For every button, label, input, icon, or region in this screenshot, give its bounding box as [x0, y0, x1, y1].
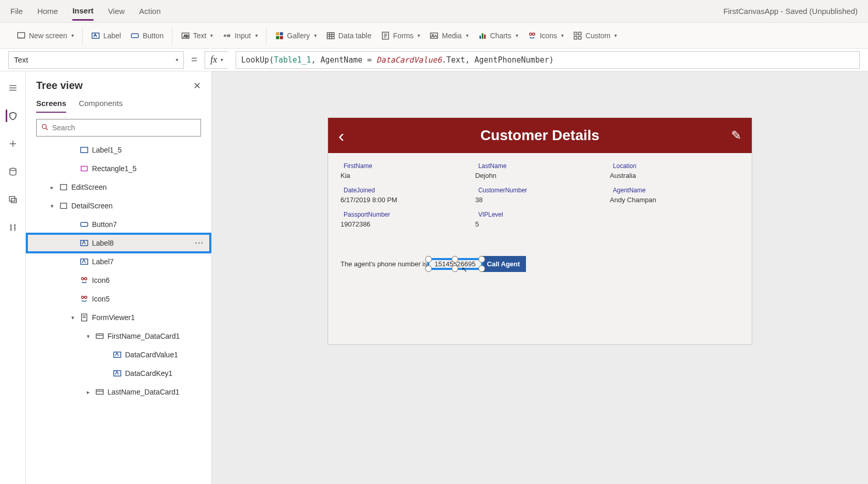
svg-rect-22	[579, 36, 581, 39]
back-icon[interactable]: ‹	[338, 126, 344, 146]
phone-body-row: The agent's phone number is 15145526695 …	[328, 235, 752, 344]
tree-search-box[interactable]	[36, 119, 201, 137]
tree-node-label: FormViewer1	[92, 313, 135, 322]
svg-rect-20	[579, 32, 581, 35]
field-label: CustomerNumber	[475, 187, 605, 194]
tab-screens[interactable]: Screens	[36, 99, 66, 113]
menu-file[interactable]: File	[10, 3, 23, 20]
svg-rect-10	[327, 33, 334, 39]
design-canvas[interactable]: ‹ Customer Details ✎ FirstNameKia LastNa…	[212, 71, 868, 484]
resize-handle[interactable]	[425, 265, 432, 272]
new-screen-button[interactable]: New screen ▾	[17, 31, 74, 40]
collapse-icon[interactable]: ▾	[49, 203, 56, 209]
chevron-down-icon: ▾	[255, 33, 258, 38]
hamburger-icon[interactable]	[7, 82, 19, 94]
svg-rect-8	[276, 36, 279, 39]
chevron-down-icon: ▾	[220, 57, 223, 63]
insert-button-button[interactable]: Button	[130, 31, 163, 40]
tree-node-firstname-datacard1[interactable]: ▾ FirstName_DataCard1	[26, 327, 211, 345]
resize-handle[interactable]	[452, 265, 458, 272]
screen-icon	[17, 31, 26, 40]
tree-search-input[interactable]	[52, 124, 196, 132]
insert-datatable-button[interactable]: Data table	[326, 31, 371, 40]
tree-view-icon[interactable]	[6, 110, 18, 122]
menu-action[interactable]: Action	[139, 3, 161, 20]
data-icon[interactable]	[7, 165, 19, 178]
insert-input-button[interactable]: Input ▾	[222, 31, 257, 40]
collapse-icon[interactable]: ▾	[69, 314, 76, 321]
tree-node-button7[interactable]: Button7	[26, 215, 211, 234]
collapse-icon[interactable]: ▾	[85, 333, 92, 340]
insert-custom-button[interactable]: Custom ▾	[573, 31, 617, 40]
expand-icon[interactable]: ▸	[85, 389, 92, 396]
tree-node-label1-5[interactable]: Label1_5	[26, 141, 211, 159]
insert-gallery-button[interactable]: Gallery ▾	[275, 31, 317, 40]
tree-list[interactable]: Label1_5 Rectangle1_5 ▸ EditScreen ▾ Det…	[26, 141, 211, 484]
resize-handle[interactable]	[478, 265, 485, 272]
card-viplevel: VIPLevel5	[475, 211, 605, 228]
tree-node-detailscreen[interactable]: ▾ DetailScreen	[26, 196, 211, 215]
tree-node-label: Label1_5	[92, 146, 122, 154]
svg-rect-42	[96, 390, 103, 395]
insert-text-button[interactable]: Ab Text ▾	[181, 31, 213, 40]
add-icon[interactable]	[7, 138, 19, 150]
tree-node-label8[interactable]: Label8 ···	[26, 234, 211, 252]
insert-ribbon: New screen ▾ Label Button Ab Text ▾ Inpu…	[0, 23, 868, 49]
app-screen[interactable]: ‹ Customer Details ✎ FirstNameKia LastNa…	[328, 118, 752, 344]
menu-view[interactable]: View	[108, 3, 125, 20]
tree-node-icon6[interactable]: Icon6	[26, 271, 211, 290]
field-value: Dejohn	[475, 172, 605, 179]
call-agent-button[interactable]: Call Agent	[481, 256, 526, 272]
tree-node-label7[interactable]: Label7	[26, 252, 211, 271]
formula-input[interactable]: LookUp(Table1_1, AgentName = DataCardVal…	[236, 51, 860, 69]
icons-label: Icons	[540, 32, 557, 40]
insert-text-label: Text	[193, 32, 207, 40]
insert-input-label: Input	[235, 32, 251, 40]
tab-components[interactable]: Components	[79, 99, 122, 113]
formula-token-fn: LookUp	[241, 55, 269, 65]
field-label: PassportNumber	[340, 211, 470, 218]
expand-icon[interactable]: ▸	[49, 184, 56, 191]
svg-text:Ab: Ab	[183, 34, 188, 38]
forms-label: Forms	[393, 32, 414, 40]
tree-node-label: Label7	[92, 258, 114, 266]
resize-handle[interactable]	[425, 256, 432, 263]
menu-home[interactable]: Home	[37, 3, 58, 20]
datatable-icon	[326, 31, 335, 40]
menu-insert[interactable]: Insert	[72, 2, 94, 21]
close-panel-icon[interactable]: ✕	[193, 80, 201, 92]
insert-media-button[interactable]: Media ▾	[429, 31, 468, 40]
selected-label8[interactable]: 15145526695	[427, 258, 483, 270]
tree-node-icon5[interactable]: Icon5	[26, 290, 211, 308]
advanced-tools-icon[interactable]	[7, 221, 19, 234]
tree-node-rectangle1-5[interactable]: Rectangle1_5	[26, 159, 211, 178]
tree-node-datacardvalue1[interactable]: DataCardValue1	[26, 345, 211, 364]
insert-icons-button[interactable]: Icons ▾	[528, 31, 564, 40]
resize-handle[interactable]	[478, 256, 485, 263]
icon-icon	[80, 276, 89, 285]
tree-node-label: Icon5	[92, 295, 110, 303]
insert-charts-button[interactable]: Charts ▾	[478, 31, 518, 40]
tree-node-formviewer1[interactable]: ▾ FormViewer1	[26, 308, 211, 327]
svg-rect-6	[276, 32, 279, 35]
property-selector[interactable]: Text ▾	[8, 51, 184, 69]
tree-node-label: DataCardKey1	[125, 369, 173, 377]
insert-label-button[interactable]: Label	[91, 31, 121, 40]
tree-node-label: DetailScreen	[71, 202, 113, 210]
custom-icon	[573, 31, 582, 40]
tree-node-editscreen[interactable]: ▸ EditScreen	[26, 178, 211, 196]
more-options-icon[interactable]: ···	[195, 239, 204, 247]
media-panel-icon[interactable]	[7, 193, 19, 206]
fx-button[interactable]: fx ▾	[205, 51, 228, 69]
svg-point-18	[532, 33, 535, 35]
edit-icon[interactable]: ✎	[731, 128, 741, 143]
custom-label: Custom	[585, 32, 610, 40]
tree-node-label: Icon6	[92, 276, 110, 284]
tree-node-datacardkey1[interactable]: DataCardKey1	[26, 364, 211, 383]
form-icon	[80, 313, 89, 322]
resize-handle[interactable]	[452, 256, 458, 263]
tree-node-lastname-datacard1[interactable]: ▸ LastName_DataCard1	[26, 383, 211, 401]
insert-forms-button[interactable]: Forms ▾	[381, 31, 421, 40]
field-value: 19072386	[340, 220, 470, 228]
field-value: Australia	[610, 172, 739, 179]
